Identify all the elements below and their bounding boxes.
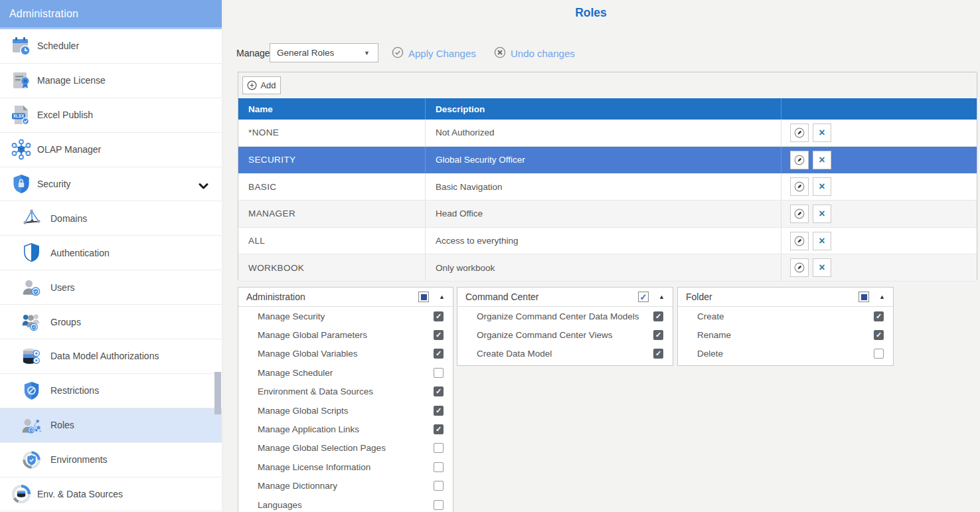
permission-checkbox[interactable] — [434, 330, 444, 340]
ring-shield-icon — [20, 448, 43, 471]
administration-app: Administration SchedulerManage LicenseXL… — [0, 0, 980, 512]
main-content: Roles Manage General Roles ▼ Apply Chang… — [226, 0, 980, 512]
collapse-arrow-icon[interactable]: ▲ — [439, 294, 445, 300]
permission-checkbox[interactable] — [434, 462, 444, 472]
delete-role-button[interactable]: × — [813, 124, 831, 142]
permission-checkbox[interactable] — [434, 349, 444, 359]
undo-changes-button[interactable]: Undo changes — [494, 46, 575, 60]
permission-checkbox[interactable] — [874, 349, 884, 359]
x-icon: × — [819, 209, 825, 219]
sidebar-item-olap-manager[interactable]: OLAP Manager — [0, 133, 222, 167]
role-description: Only workbook — [425, 254, 781, 281]
sidebar-item-data-model-authorizations[interactable]: Data Model Authorizations — [0, 339, 222, 374]
role-description: Global Security Officer — [425, 147, 781, 173]
role-row-all[interactable]: ALLAccess to everything× — [238, 228, 977, 255]
role-actions: × — [781, 201, 977, 227]
role-name: MANAGER — [238, 201, 425, 227]
permission-label: Languages — [258, 500, 302, 510]
edit-role-button[interactable] — [790, 258, 809, 277]
permission-checkbox[interactable] — [874, 311, 884, 321]
sidebar-item-restrictions[interactable]: Restrictions — [0, 374, 222, 408]
collapse-arrow-icon[interactable]: ▲ — [659, 294, 665, 300]
edit-role-button[interactable] — [790, 151, 809, 169]
sidebar-item-env-data-sources[interactable]: Env. & Data Sources — [0, 477, 222, 512]
permission-checkbox[interactable] — [434, 311, 444, 321]
sidebar-item-domains[interactable]: Domains — [0, 201, 222, 236]
manage-select-value: General Roles — [277, 48, 334, 58]
delete-role-button[interactable]: × — [813, 232, 831, 250]
domains-pyramid-icon — [20, 207, 43, 230]
sidebar-item-users[interactable]: Users — [0, 270, 222, 305]
permission-checkbox[interactable] — [434, 406, 444, 416]
user-network-icon — [20, 414, 43, 437]
sidebar-item-excel-publish[interactable]: XLSXExcel Publish — [0, 98, 222, 133]
role-row-none[interactable]: *NONENot Authorized× — [238, 120, 977, 147]
panel-select-all-checkbox[interactable] — [858, 292, 869, 302]
sidebar-scrollbar-thumb[interactable] — [214, 372, 221, 414]
permission-checkbox[interactable] — [434, 443, 444, 453]
permission-checkbox[interactable] — [434, 481, 444, 491]
apply-changes-button[interactable]: Apply Changes — [392, 46, 476, 60]
permission-label: Organize Command Center Views — [477, 330, 613, 340]
permission-item-manage-global-variables: Manage Global Variables — [238, 345, 453, 363]
role-actions: × — [781, 147, 977, 173]
role-actions: × — [781, 173, 977, 200]
permission-label: Manage Security — [258, 311, 325, 321]
sidebar-item-label: Environments — [50, 454, 108, 465]
delete-role-button[interactable]: × — [813, 177, 831, 196]
sidebar-item-security[interactable]: Security — [0, 167, 222, 202]
permission-checkbox[interactable] — [653, 349, 663, 359]
sidebar-item-environments[interactable]: Environments — [0, 443, 222, 477]
role-row-workbook[interactable]: WORKBOOKOnly workbook× — [238, 254, 977, 282]
permission-label: Manage Global Parameters — [258, 330, 367, 340]
sidebar-item-label: Roles — [50, 420, 74, 430]
delete-role-button[interactable]: × — [813, 151, 831, 169]
sidebar: Administration SchedulerManage LicenseXL… — [0, 0, 224, 512]
shield-lock-icon — [9, 172, 33, 197]
edit-role-button[interactable] — [790, 124, 809, 142]
permission-checkbox[interactable] — [874, 330, 884, 340]
permission-item-manage-global-selection-pages: Manage Global Selection Pages — [238, 439, 453, 458]
user-badge-icon — [20, 276, 43, 299]
group-badge-icon — [20, 310, 43, 333]
permission-item-languages: Languages — [238, 495, 453, 512]
chevron-down-icon[interactable] — [199, 181, 208, 193]
x-icon: × — [819, 181, 825, 192]
panel-select-all-checkbox[interactable] — [418, 292, 429, 302]
permission-checkbox[interactable] — [434, 368, 444, 378]
role-description: Access to everything — [425, 228, 781, 254]
role-name: *NONE — [238, 120, 425, 146]
role-row-manager[interactable]: MANAGERHead Office× — [238, 201, 977, 228]
delete-role-button[interactable]: × — [813, 258, 831, 277]
sidebar-item-manage-license[interactable]: Manage License — [0, 64, 222, 98]
permission-item-create-data-model: Create Data Model — [457, 345, 673, 363]
permission-checkbox[interactable] — [653, 311, 663, 321]
role-description: Not Authorized — [425, 120, 781, 146]
permission-label: Create Data Model — [477, 349, 552, 359]
role-row-security[interactable]: SECURITYGlobal Security Officer× — [238, 147, 977, 174]
permission-label: Environment & Data Sources — [258, 386, 373, 396]
panel-select-all-checkbox[interactable] — [638, 292, 649, 302]
collapse-arrow-icon[interactable]: ▲ — [879, 294, 885, 300]
sidebar-item-scheduler[interactable]: Scheduler — [0, 29, 222, 64]
edit-role-button[interactable] — [790, 205, 809, 223]
manage-roles-select[interactable]: General Roles ▼ — [270, 43, 378, 62]
permission-checkbox[interactable] — [653, 330, 663, 340]
permission-item-organize-command-center-data-models: Organize Command Center Data Models — [457, 307, 673, 325]
edit-role-button[interactable] — [790, 232, 809, 250]
olap-hub-icon — [9, 137, 33, 162]
sidebar-item-groups[interactable]: Groups — [0, 305, 222, 339]
sidebar-item-roles[interactable]: Roles — [0, 408, 222, 443]
delete-role-button[interactable]: × — [813, 205, 831, 223]
role-row-basic[interactable]: BASICBasic Navigation× — [238, 173, 977, 201]
column-header-name: Name — [238, 98, 425, 120]
sidebar-item-authentication[interactable]: Authentication — [0, 236, 222, 270]
permission-item-rename: Rename — [678, 325, 893, 344]
edit-role-button[interactable] — [790, 177, 809, 196]
permission-checkbox[interactable] — [434, 500, 444, 510]
permission-checkbox[interactable] — [434, 424, 444, 434]
add-role-button[interactable]: Add — [242, 76, 281, 94]
permission-checkbox[interactable] — [434, 386, 444, 396]
role-description: Head Office — [425, 201, 781, 227]
permission-item-manage-global-scripts: Manage Global Scripts — [238, 401, 453, 420]
